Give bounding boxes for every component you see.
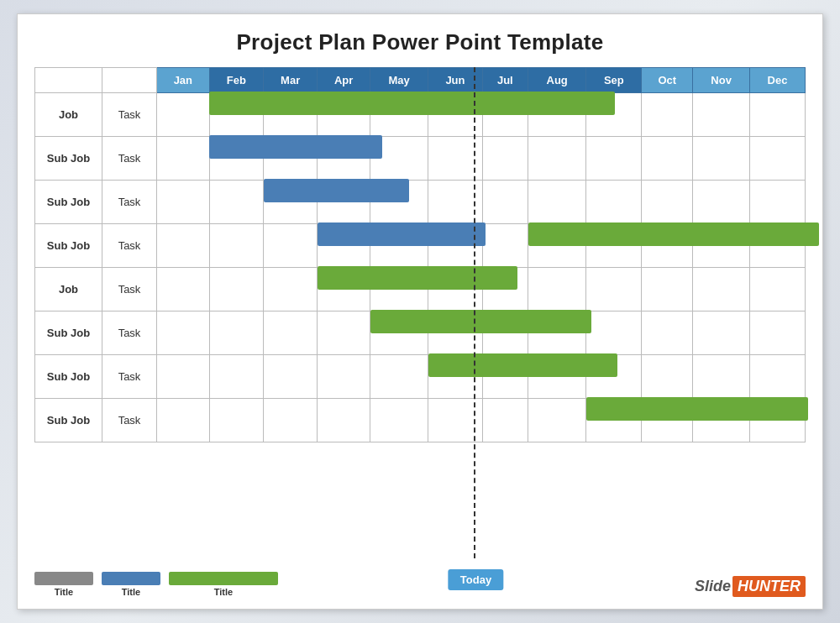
job-cell: Sub Job	[35, 312, 102, 355]
month-cell	[749, 312, 805, 355]
legend-item-2: Title	[102, 572, 160, 597]
month-cell	[528, 181, 586, 224]
logo-hunter: HUNTER	[732, 576, 806, 597]
month-sep-header: Sep	[586, 68, 642, 93]
slidehunter-logo: Slide HUNTER	[695, 576, 806, 597]
month-cell	[586, 181, 642, 224]
month-cell	[749, 181, 805, 224]
slide-container: Project Plan Power Point Template Jan Fe…	[17, 13, 823, 610]
logo-slide: Slide	[695, 578, 731, 595]
month-cell	[264, 312, 318, 355]
month-cell	[209, 224, 263, 268]
month-aug-header: Aug	[528, 68, 586, 93]
month-cell	[209, 355, 263, 399]
month-cell	[209, 268, 263, 312]
task-cell: Task	[102, 312, 157, 355]
job-cell: Sub Job	[35, 355, 102, 399]
legend-bar-1	[34, 572, 93, 585]
task-cell: Task	[102, 268, 157, 312]
month-cell	[749, 268, 805, 312]
header-row: Jan Feb Mar Apr May Jun Jul Aug Sep Oct …	[35, 68, 806, 93]
gantt-bar	[264, 179, 410, 202]
month-cell	[642, 268, 693, 312]
month-cell	[749, 93, 805, 137]
month-dec-header: Dec	[749, 68, 805, 93]
month-cell	[642, 137, 693, 181]
month-cell	[749, 137, 805, 181]
month-cell	[318, 355, 370, 399]
job-cell: Job	[35, 93, 102, 137]
gantt-bar	[318, 222, 486, 246]
month-cell	[482, 181, 528, 224]
job-cell: Job	[35, 268, 102, 312]
month-oct-header: Oct	[642, 68, 693, 93]
slide-title: Project Plan Power Point Template	[34, 29, 806, 55]
month-cell	[642, 355, 693, 399]
month-cell	[693, 181, 750, 224]
month-cell	[528, 137, 586, 181]
task-cell: Task	[102, 181, 157, 224]
task-cell: Task	[102, 224, 157, 268]
task-cell: Task	[102, 355, 157, 399]
month-cell	[428, 181, 482, 224]
task-cell: Task	[102, 399, 157, 442]
gantt-bar	[209, 92, 614, 115]
month-cell	[157, 181, 210, 224]
legend-label-1: Title	[55, 587, 73, 597]
month-cell	[586, 137, 642, 181]
job-cell: Sub Job	[35, 137, 102, 181]
month-cell	[318, 312, 370, 355]
legend-item-1: Title	[34, 572, 93, 597]
table-row: Sub JobTask	[35, 181, 806, 224]
gantt-bar	[528, 222, 819, 246]
task-cell: Task	[102, 93, 157, 137]
month-jul-header: Jul	[482, 68, 528, 93]
month-cell	[482, 224, 528, 268]
month-apr-header: Apr	[318, 68, 370, 93]
month-cell	[209, 181, 263, 224]
gantt-wrapper: Jan Feb Mar Apr May Jun Jul Aug Sep Oct …	[34, 67, 806, 558]
gantt-bar	[318, 266, 517, 290]
month-cell	[157, 93, 210, 137]
legend-bar-3	[169, 572, 278, 585]
month-cell	[528, 268, 586, 312]
col-task-header	[102, 68, 157, 93]
month-jan-header: Jan	[157, 68, 210, 93]
legend-item-3: Title	[169, 572, 278, 597]
month-cell	[693, 312, 750, 355]
gantt-bar	[428, 353, 617, 377]
month-cell	[428, 137, 482, 181]
month-cell	[693, 355, 750, 399]
month-cell	[264, 399, 318, 442]
month-cell	[370, 399, 428, 442]
legend-label-3: Title	[214, 587, 233, 597]
month-feb-header: Feb	[209, 68, 263, 93]
month-cell	[482, 137, 528, 181]
gantt-bar	[209, 135, 382, 159]
month-cell	[318, 399, 370, 442]
gantt-table: Jan Feb Mar Apr May Jun Jul Aug Sep Oct …	[34, 67, 806, 442]
job-cell: Sub Job	[35, 224, 102, 268]
month-nov-header: Nov	[693, 68, 750, 93]
legend-bar-2	[102, 572, 160, 585]
table-row: Sub JobTask	[35, 137, 806, 181]
month-may-header: May	[370, 68, 428, 93]
table-row: Sub JobTask	[35, 355, 806, 399]
month-jun-header: Jun	[428, 68, 482, 93]
month-cell	[264, 224, 318, 268]
month-cell	[749, 355, 805, 399]
month-cell	[642, 181, 693, 224]
month-cell	[264, 268, 318, 312]
legend-area: Title Title Title	[34, 562, 806, 597]
job-cell: Sub Job	[35, 399, 102, 442]
month-cell	[586, 268, 642, 312]
month-cell	[264, 355, 318, 399]
month-cell	[209, 312, 263, 355]
task-cell: Task	[102, 137, 157, 181]
month-cell	[642, 312, 693, 355]
job-cell: Sub Job	[35, 181, 102, 224]
month-cell	[428, 399, 482, 442]
month-cell	[642, 93, 693, 137]
legend-label-2: Title	[122, 587, 140, 597]
month-cell	[157, 355, 210, 399]
